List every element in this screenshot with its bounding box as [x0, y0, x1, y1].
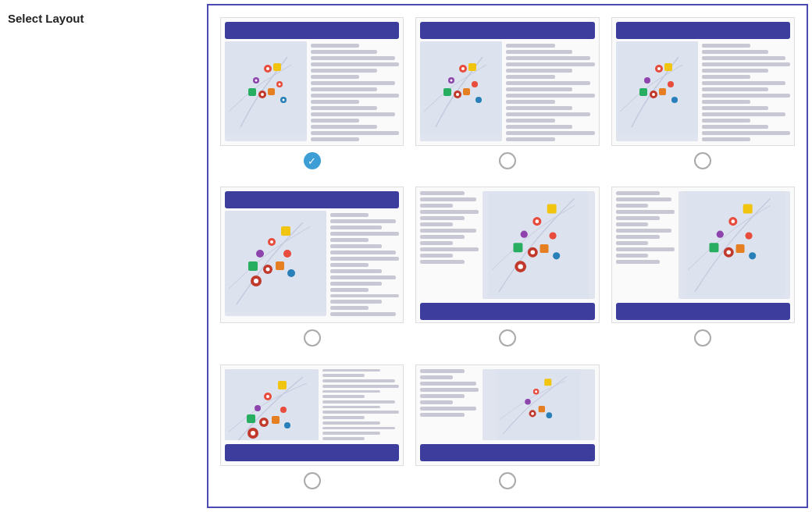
svg-rect-0	[225, 41, 307, 135]
svg-rect-79	[247, 414, 255, 423]
svg-point-67	[716, 231, 723, 238]
svg-point-21	[472, 81, 478, 87]
layout-card-1[interactable]	[220, 17, 404, 175]
svg-rect-68	[709, 244, 718, 253]
top-bar-1	[225, 22, 399, 39]
svg-rect-88	[545, 379, 552, 386]
svg-point-29	[644, 77, 650, 84]
top-bar-2	[420, 22, 594, 39]
svg-point-59	[553, 253, 560, 260]
svg-rect-25	[463, 88, 470, 95]
svg-point-62	[518, 265, 523, 269]
layout-card-5[interactable]	[415, 187, 599, 352]
radio-button-7[interactable]	[304, 472, 321, 489]
map-box-2	[420, 41, 502, 141]
layout-card-4[interactable]	[220, 187, 404, 352]
radio-button-2[interactable]	[499, 152, 516, 169]
radio-button-6[interactable]	[694, 329, 711, 347]
svg-rect-20	[443, 88, 451, 96]
layout-card-6[interactable]	[611, 187, 795, 352]
svg-point-93	[532, 412, 535, 415]
card-preview-4	[220, 187, 404, 323]
svg-point-46	[287, 269, 295, 277]
svg-rect-26	[616, 41, 698, 135]
svg-rect-30	[664, 63, 672, 71]
svg-point-10	[261, 93, 264, 96]
svg-point-82	[262, 420, 266, 424]
svg-rect-63	[684, 191, 785, 299]
svg-rect-31	[639, 88, 647, 96]
svg-point-32	[668, 81, 674, 87]
svg-rect-50	[489, 191, 589, 299]
svg-rect-6	[248, 88, 256, 96]
svg-rect-14	[420, 41, 502, 135]
radio-button-5[interactable]	[499, 329, 516, 347]
card-preview-5	[415, 187, 599, 323]
svg-point-80	[280, 407, 287, 413]
card-preview-3	[611, 17, 795, 146]
svg-point-23	[456, 93, 459, 96]
svg-rect-73	[735, 244, 744, 253]
svg-rect-38	[281, 226, 290, 236]
layout-card-7[interactable]	[220, 364, 404, 495]
svg-point-28	[657, 67, 661, 70]
svg-rect-95	[539, 406, 545, 412]
radio-button-4[interactable]	[304, 329, 321, 347]
svg-rect-60	[540, 244, 549, 253]
radio-button-1[interactable]	[304, 152, 321, 169]
svg-point-56	[550, 233, 557, 240]
map-box-1	[225, 41, 307, 141]
svg-point-45	[266, 268, 270, 272]
svg-rect-13	[268, 88, 275, 95]
svg-point-43	[283, 250, 291, 258]
svg-point-40	[270, 240, 273, 244]
card-preview-6	[611, 187, 795, 323]
svg-point-8	[279, 84, 281, 86]
svg-point-86	[251, 431, 255, 436]
svg-rect-55	[514, 244, 523, 253]
svg-point-24	[475, 97, 482, 103]
layout-card-2[interactable]	[415, 17, 599, 175]
svg-point-16	[461, 67, 465, 70]
card-preview-7	[220, 364, 404, 466]
svg-point-34	[652, 93, 655, 96]
layout-card-3[interactable]	[611, 17, 795, 175]
svg-rect-84	[272, 416, 280, 424]
svg-point-91	[525, 399, 532, 405]
svg-point-41	[256, 250, 264, 258]
page-title: Select Layout	[8, 12, 84, 25]
svg-point-69	[745, 233, 752, 240]
svg-rect-42	[248, 261, 258, 271]
svg-point-53	[536, 220, 540, 224]
svg-point-35	[671, 97, 678, 103]
svg-point-71	[726, 251, 731, 255]
svg-rect-87	[497, 369, 580, 440]
card-preview-2	[415, 17, 599, 146]
svg-point-66	[731, 220, 735, 224]
svg-rect-37	[225, 211, 326, 312]
svg-point-18	[451, 80, 453, 82]
svg-rect-75	[278, 381, 287, 389]
radio-button-8[interactable]	[499, 472, 516, 489]
card-preview-8	[415, 364, 599, 466]
map-box-3	[616, 41, 698, 141]
text-lines-1	[311, 41, 399, 141]
layout-card-8[interactable]	[415, 364, 599, 495]
svg-rect-64	[743, 204, 752, 214]
svg-point-78	[255, 405, 261, 411]
svg-rect-51	[547, 204, 557, 214]
top-bar-3	[616, 22, 790, 39]
svg-rect-47	[276, 261, 284, 270]
svg-point-77	[266, 395, 269, 398]
svg-point-72	[749, 253, 756, 260]
svg-point-4	[255, 80, 258, 82]
layout-grid	[207, 4, 808, 508]
svg-rect-19	[468, 63, 476, 71]
radio-button-3[interactable]	[694, 152, 711, 169]
svg-point-83	[284, 422, 290, 428]
svg-point-49	[254, 279, 258, 283]
svg-rect-36	[659, 88, 666, 95]
svg-point-54	[521, 231, 528, 238]
svg-point-2	[266, 67, 269, 70]
svg-point-58	[531, 251, 536, 255]
